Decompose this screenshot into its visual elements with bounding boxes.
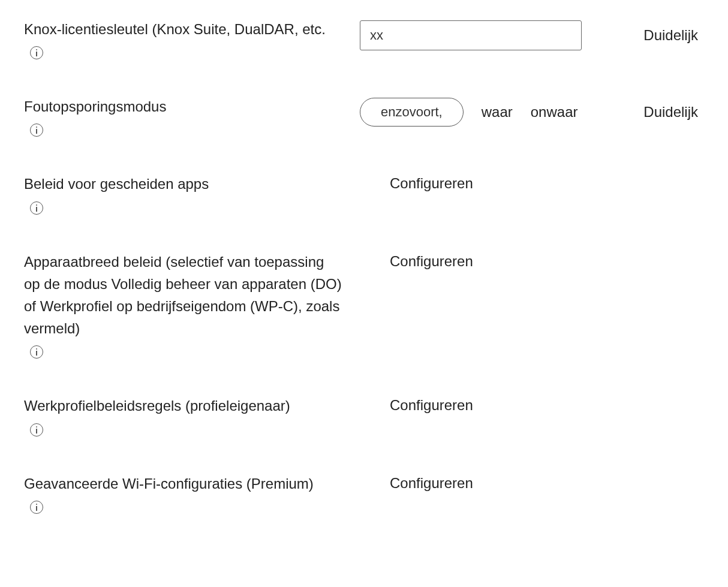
setting-row-device-wide-policy: Apparaatbreed beleid (selectief van toep… — [24, 251, 704, 362]
configure-button[interactable]: Configureren — [360, 253, 473, 270]
advanced-wifi-label: Geavanceerde Wi-Fi-configuraties (Premiu… — [24, 472, 342, 495]
separated-apps-label: Beleid voor gescheiden apps — [24, 173, 342, 195]
setting-row-work-profile-policy: Werkprofielbeleidsregels (profieleigenaa… — [24, 395, 704, 438]
clear-button[interactable]: Duidelijk — [643, 27, 704, 44]
work-profile-policy-label: Werkprofielbeleidsregels (profieleigenaa… — [24, 395, 342, 417]
configure-button[interactable]: Configureren — [360, 475, 473, 492]
control-column: Configureren — [360, 173, 704, 192]
label-column: Beleid voor gescheiden apps — [24, 173, 360, 216]
toggle-option-true[interactable]: waar — [482, 104, 513, 121]
control-column: enzovoort, waar onwaar Duidelijk — [360, 95, 704, 127]
toggle-option-false[interactable]: onwaar — [531, 104, 578, 121]
control-column: Configureren — [360, 395, 704, 414]
debug-mode-label: Foutopsporingsmodus — [24, 95, 342, 118]
clear-button[interactable]: Duidelijk — [643, 104, 704, 121]
toggle-group: enzovoort, waar onwaar — [360, 98, 577, 127]
label-column: Werkprofielbeleidsregels (profieleigenaa… — [24, 395, 360, 438]
control-column: Duidelijk — [360, 18, 704, 50]
info-icon[interactable] — [30, 423, 43, 437]
info-icon[interactable] — [30, 201, 43, 215]
setting-row-advanced-wifi: Geavanceerde Wi-Fi-configuraties (Premiu… — [24, 472, 704, 516]
info-icon[interactable] — [30, 46, 43, 59]
setting-row-separated-apps: Beleid voor gescheiden apps Configureren — [24, 173, 704, 216]
control-column: Configureren — [360, 472, 704, 492]
toggle-selected[interactable]: enzovoort, — [360, 98, 464, 127]
control-column: Configureren — [360, 251, 704, 270]
knox-license-input[interactable] — [360, 20, 582, 50]
setting-row-knox-license: Knox-licentiesleutel (Knox Suite, DualDA… — [24, 18, 704, 62]
configure-button[interactable]: Configureren — [360, 175, 473, 192]
info-icon[interactable] — [30, 501, 43, 514]
configure-button[interactable]: Configureren — [360, 397, 473, 414]
knox-license-label: Knox-licentiesleutel (Knox Suite, DualDA… — [24, 18, 342, 40]
label-column: Knox-licentiesleutel (Knox Suite, DualDA… — [24, 18, 360, 62]
info-icon[interactable] — [30, 345, 43, 359]
info-icon[interactable] — [30, 124, 43, 137]
label-column: Apparaatbreed beleid (selectief van toep… — [24, 251, 360, 362]
label-column: Foutopsporingsmodus — [24, 95, 360, 139]
label-column: Geavanceerde Wi-Fi-configuraties (Premiu… — [24, 472, 360, 516]
device-wide-policy-label: Apparaatbreed beleid (selectief van toep… — [24, 251, 342, 340]
setting-row-debug-mode: Foutopsporingsmodus enzovoort, waar onwa… — [24, 95, 704, 139]
